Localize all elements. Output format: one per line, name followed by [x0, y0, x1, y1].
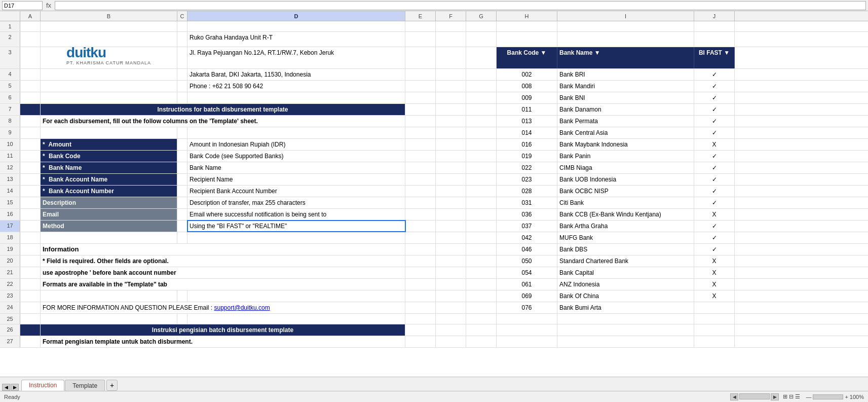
cell-h11-bank[interactable]: 019	[497, 151, 557, 162]
col-header-g[interactable]: G	[466, 11, 497, 21]
cell-h13-bank[interactable]: 023	[497, 174, 557, 185]
cell-c16[interactable]	[177, 209, 187, 220]
cell-i21-bank[interactable]: Bank Capital	[557, 267, 694, 278]
cell-g13[interactable]	[466, 174, 497, 185]
cell-i13-bank[interactable]: Bank UOB Indonesia	[557, 174, 694, 185]
normal-view-icon[interactable]: ⊞	[783, 393, 787, 400]
cell-c17[interactable]	[177, 221, 187, 232]
cell-i25[interactable]	[557, 314, 694, 324]
cell-a1[interactable]	[20, 21, 41, 31]
cell-i14-bank[interactable]: Bank OCBC NISP	[557, 186, 694, 197]
col-header-j[interactable]: J	[694, 11, 735, 21]
tab-template[interactable]: Template	[65, 380, 105, 391]
cell-h9-bank[interactable]: 014	[497, 127, 557, 138]
cell-a4[interactable]	[20, 69, 41, 80]
cell-g20[interactable]	[466, 255, 497, 267]
cell-f10[interactable]	[436, 139, 466, 150]
cell-f6[interactable]	[436, 92, 466, 103]
cell-f20[interactable]	[436, 255, 466, 267]
cell-j21-bank[interactable]: X	[694, 267, 735, 278]
cell-b13-accountname[interactable]: * Bank Account Name	[41, 174, 177, 185]
cell-c11[interactable]	[177, 151, 187, 162]
cell-f9[interactable]	[436, 127, 466, 138]
cell-j24-bank[interactable]	[694, 302, 735, 313]
cell-d18[interactable]	[187, 232, 405, 243]
cell-b21[interactable]: use apostrophe ' before bank account num…	[41, 267, 405, 278]
cell-b19-info[interactable]: Information	[41, 244, 405, 255]
cell-d23[interactable]	[187, 290, 405, 302]
cell-d3[interactable]: Jl. Raya Pejuangan No.12A, RT.1/RW.7, Ke…	[187, 47, 405, 68]
cell-c9[interactable]	[177, 127, 187, 138]
cell-h25[interactable]	[497, 314, 557, 324]
col-header-b[interactable]: B	[41, 11, 177, 21]
cell-c15[interactable]	[177, 197, 187, 208]
cell-e3[interactable]	[405, 47, 436, 68]
cell-i6-bank[interactable]: Bank BNI	[557, 92, 694, 103]
cell-f14[interactable]	[436, 186, 466, 197]
cell-d5[interactable]: Phone : +62 21 508 90 642	[187, 81, 405, 92]
cell-f26[interactable]	[436, 324, 466, 336]
cell-b12-bankname[interactable]: * Bank Name	[41, 162, 177, 173]
h-scroll-right[interactable]: ▶	[771, 393, 779, 400]
cell-d4[interactable]: Jakarta Barat, DKI Jakarta, 11530, Indon…	[187, 69, 405, 80]
cell-h7-bank[interactable]: 011	[497, 104, 557, 115]
cell-j25[interactable]	[694, 314, 735, 324]
cell-e25[interactable]	[405, 314, 436, 324]
cell-d12[interactable]: Bank Name	[187, 162, 405, 173]
cell-e20[interactable]	[405, 255, 436, 267]
cell-b23[interactable]	[41, 290, 177, 302]
cell-f22[interactable]	[436, 279, 466, 290]
cell-i16-bank[interactable]: Bank CCB (Ex-Bank Windu Kentjana)	[557, 209, 694, 220]
cell-b18[interactable]	[41, 232, 177, 243]
cell-a27[interactable]	[20, 336, 41, 347]
cell-d11[interactable]: Bank Code (see Supported Banks)	[187, 151, 405, 162]
cell-j16-bank[interactable]: X	[694, 209, 735, 220]
cell-c6[interactable]	[177, 92, 187, 103]
cell-b17-method[interactable]: Method	[41, 221, 177, 232]
cell-d2[interactable]: Ruko Graha Handaya Unit R-T	[187, 32, 405, 47]
cell-h23-bank[interactable]: 069	[497, 290, 557, 302]
cell-b10-amount[interactable]: * Amount	[41, 139, 177, 150]
cell-g22[interactable]	[466, 279, 497, 290]
cell-g7[interactable]	[466, 104, 497, 115]
cell-a8[interactable]	[20, 116, 41, 127]
cell-d13[interactable]: Recipient Name	[187, 174, 405, 185]
cell-e6[interactable]	[405, 92, 436, 103]
cell-e22[interactable]	[405, 279, 436, 290]
cell-a26[interactable]	[20, 324, 41, 336]
page-layout-icon[interactable]: ⊟	[789, 393, 794, 400]
cell-b6[interactable]	[41, 92, 177, 103]
cell-g19[interactable]	[466, 244, 497, 255]
col-header-h[interactable]: H	[497, 11, 557, 21]
cell-i7-bank[interactable]: Bank Danamon	[557, 104, 694, 115]
cell-j22-bank[interactable]: X	[694, 279, 735, 290]
cell-i23-bank[interactable]: Bank Of China	[557, 290, 694, 302]
cell-g23[interactable]	[466, 290, 497, 302]
cell-a14[interactable]	[20, 186, 41, 197]
cell-g10[interactable]	[466, 139, 497, 150]
cell-b5[interactable]	[41, 81, 177, 92]
cell-j20-bank[interactable]: X	[694, 255, 735, 267]
cell-g11[interactable]	[466, 151, 497, 162]
h-scroll-left[interactable]: ◀	[730, 393, 738, 400]
cell-h3-bankcode-header[interactable]: Bank Code ▼	[497, 47, 557, 68]
cell-j17-bank[interactable]: ✓	[694, 221, 735, 232]
cell-e23[interactable]	[405, 290, 436, 302]
cell-d9[interactable]	[187, 127, 405, 138]
cell-b4[interactable]	[41, 69, 177, 80]
tab-scroll-right-btn[interactable]: ▶	[11, 384, 19, 391]
cell-i20-bank[interactable]: Standard Chartered Bank	[557, 255, 694, 267]
cell-d16[interactable]: Email where successful notification is b…	[187, 209, 405, 220]
cell-a5[interactable]	[20, 81, 41, 92]
cell-h24-bank[interactable]: 076	[497, 302, 557, 313]
cell-b27[interactable]: Format pengisian template untuk batch di…	[41, 336, 405, 347]
cell-e16[interactable]	[405, 209, 436, 220]
cell-g14[interactable]	[466, 186, 497, 197]
col-header-c[interactable]: C	[177, 11, 187, 21]
cell-e1[interactable]	[405, 21, 436, 31]
cell-f1[interactable]	[436, 21, 466, 31]
cell-h14-bank[interactable]: 028	[497, 186, 557, 197]
cell-f23[interactable]	[436, 290, 466, 302]
cell-a17[interactable]	[20, 221, 41, 232]
cell-b24-contact[interactable]: FOR MORE INFORMATION AND QUESTION PLEASE…	[41, 302, 405, 313]
